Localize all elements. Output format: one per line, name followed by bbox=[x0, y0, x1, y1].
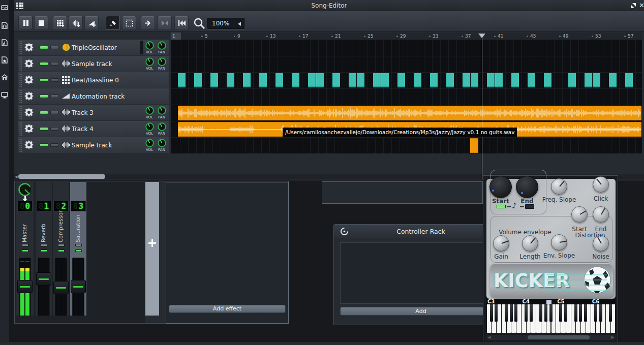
master-volume-knob[interactable] bbox=[18, 182, 32, 197]
track-head-track-3[interactable]: Track 3VOLPAN bbox=[18, 105, 169, 120]
add-sample-track-button[interactable] bbox=[69, 16, 83, 30]
bb-pattern-block[interactable] bbox=[463, 73, 470, 87]
channel-mute-led[interactable] bbox=[75, 244, 82, 246]
mixer-channel-compressor[interactable]: 82Compressor bbox=[53, 182, 69, 316]
piano-keyboard[interactable] bbox=[486, 304, 616, 333]
fader-handle[interactable] bbox=[71, 280, 86, 293]
track-head-sample-track[interactable]: Sample trackVOLPAN bbox=[18, 56, 169, 72]
bb-pattern-block[interactable] bbox=[430, 73, 438, 87]
kicker-dist-start-knob[interactable] bbox=[571, 206, 588, 223]
vol-knob[interactable] bbox=[145, 139, 154, 147]
channel-send-led[interactable] bbox=[41, 249, 47, 252]
bb-pattern-block[interactable] bbox=[593, 73, 600, 87]
playhead-marker[interactable] bbox=[478, 34, 485, 38]
piano-black-key[interactable] bbox=[514, 304, 517, 322]
add-effect-button[interactable]: Add effect bbox=[169, 305, 286, 313]
piano-black-key[interactable] bbox=[530, 304, 533, 322]
bb-pattern-block[interactable] bbox=[194, 73, 202, 87]
mixer-channel-reverb[interactable]: 81Reverb bbox=[36, 182, 52, 316]
piano-black-key[interactable] bbox=[525, 304, 528, 322]
piano-black-key[interactable] bbox=[549, 304, 553, 322]
piano-black-key[interactable] bbox=[609, 304, 612, 322]
piano-black-key[interactable] bbox=[495, 304, 498, 322]
scrollbar-handle[interactable] bbox=[18, 174, 105, 179]
piano-black-key[interactable] bbox=[574, 304, 577, 322]
channel-send-led[interactable] bbox=[22, 249, 28, 252]
bb-pattern-block[interactable] bbox=[511, 73, 519, 87]
piano-black-key[interactable] bbox=[564, 304, 567, 322]
track-gear-icon[interactable] bbox=[24, 124, 34, 133]
track-grip[interactable] bbox=[19, 57, 22, 71]
bb-pattern-block[interactable] bbox=[397, 73, 405, 87]
zoom-dropdown-arrow[interactable] bbox=[238, 22, 241, 26]
bb-pattern-block[interactable] bbox=[528, 73, 535, 87]
fader-slot[interactable] bbox=[38, 258, 50, 316]
bb-pattern-block[interactable] bbox=[495, 73, 503, 87]
bb-pattern-block[interactable] bbox=[227, 73, 234, 87]
pan-knob[interactable] bbox=[158, 139, 166, 147]
computer-icon[interactable] bbox=[1, 74, 8, 81]
bb-pattern-block[interactable] bbox=[259, 73, 267, 87]
track-solo-button[interactable] bbox=[50, 78, 59, 82]
bb-pattern-block[interactable] bbox=[332, 73, 340, 87]
add-bb-track-button[interactable] bbox=[53, 16, 67, 30]
bb-pattern-block[interactable] bbox=[487, 73, 495, 87]
piano-scrollbar-handle[interactable] bbox=[528, 335, 590, 339]
channel-send-led[interactable] bbox=[75, 249, 82, 252]
bb-pattern-block[interactable] bbox=[381, 73, 389, 87]
track-head-automation-track[interactable]: Automation track bbox=[18, 88, 169, 104]
bb-pattern-block[interactable] bbox=[544, 73, 551, 87]
track-solo-button[interactable] bbox=[50, 111, 59, 114]
pan-knob[interactable] bbox=[158, 57, 166, 66]
track-mute-button[interactable] bbox=[40, 95, 48, 98]
track-gear-icon[interactable] bbox=[24, 140, 34, 149]
presets-icon[interactable] bbox=[1, 39, 8, 46]
pan-knob[interactable] bbox=[158, 41, 166, 50]
instruments-icon[interactable] bbox=[1, 4, 8, 11]
track-gear-icon[interactable] bbox=[24, 91, 34, 101]
follow-playback-button[interactable] bbox=[141, 16, 155, 30]
fader-handle[interactable] bbox=[53, 281, 69, 294]
piano-black-key[interactable] bbox=[539, 304, 542, 322]
bb-pattern-block[interactable] bbox=[292, 73, 299, 87]
add-automation-track-button[interactable] bbox=[84, 16, 99, 30]
track-gear-icon[interactable] bbox=[24, 43, 34, 52]
track-mute-button[interactable] bbox=[40, 111, 48, 114]
piano-black-key[interactable] bbox=[594, 304, 597, 322]
back-to-start-button[interactable] bbox=[174, 16, 189, 30]
controller-rack-add-button[interactable]: Add bbox=[340, 307, 502, 316]
vol-knob[interactable] bbox=[145, 106, 154, 115]
channel-mute-led[interactable] bbox=[58, 244, 65, 246]
toggle-loop-button[interactable] bbox=[158, 16, 172, 30]
pan-knob[interactable] bbox=[158, 106, 166, 115]
track-grip[interactable] bbox=[19, 122, 22, 136]
piano-black-key[interactable] bbox=[510, 304, 513, 322]
piano-black-key[interactable] bbox=[490, 304, 493, 322]
bb-pattern-block[interactable] bbox=[373, 73, 381, 87]
sample-segment-track3[interactable] bbox=[178, 106, 641, 120]
close-icon[interactable]: ✕ bbox=[638, 2, 644, 9]
sample-segment-small[interactable] bbox=[470, 138, 478, 153]
track-head-tripleoscillator[interactable]: TripleOscillatorVOLPAN bbox=[18, 40, 169, 55]
track-grip[interactable] bbox=[19, 89, 22, 103]
piano-black-key[interactable] bbox=[559, 304, 562, 322]
bb-pattern-block[interactable] bbox=[446, 73, 454, 87]
track-mute-button[interactable] bbox=[40, 127, 48, 131]
vol-knob[interactable] bbox=[145, 41, 154, 50]
track-grip[interactable] bbox=[19, 73, 22, 87]
bb-pattern-block[interactable] bbox=[625, 73, 633, 87]
mixer-add-channel-button[interactable] bbox=[145, 182, 159, 316]
piano-scroll-right[interactable]: ▶ bbox=[611, 335, 614, 339]
mixer-channel-saturation[interactable]: 83Saturation bbox=[70, 182, 86, 316]
piano-black-key[interactable] bbox=[584, 304, 587, 322]
stop-button[interactable] bbox=[34, 16, 48, 30]
track-solo-button[interactable] bbox=[50, 127, 59, 131]
bb-pattern-block[interactable] bbox=[316, 73, 324, 87]
kicker-start-knob[interactable] bbox=[489, 176, 512, 198]
mixer-channel-master[interactable]: 80Master bbox=[16, 182, 34, 316]
channel-mute-led[interactable] bbox=[41, 244, 47, 246]
bb-pattern-block[interactable] bbox=[243, 73, 251, 87]
track-head-beat-bassline-0[interactable]: Beat/Bassline 0 bbox=[18, 72, 169, 88]
scroll-left-arrow[interactable]: ◀ bbox=[15, 175, 17, 179]
home-icon[interactable] bbox=[1, 56, 8, 64]
